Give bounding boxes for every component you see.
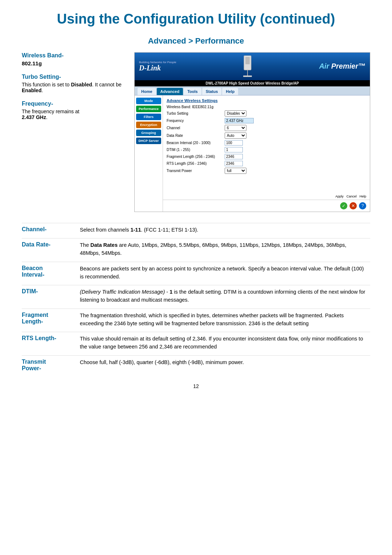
nav-bar[interactable]: Home Advanced Tools Status Help: [135, 86, 370, 95]
sidebar-dhcp[interactable]: DHCP Server: [136, 138, 161, 144]
air-premier-text: Air Premier™: [319, 62, 366, 70]
transmit-select[interactable]: full: [225, 168, 246, 174]
turbo-select[interactable]: Disabled: [225, 110, 246, 117]
dtim-term: DTIM-: [22, 288, 38, 294]
rts-input[interactable]: [225, 161, 243, 166]
sidebar-mode[interactable]: Mode: [136, 98, 161, 104]
field-frequency: Frequency: [167, 118, 366, 123]
beacon-row: BeaconInterval- Beacons are packets sent…: [22, 262, 370, 285]
ui-screenshot-box: Building Networks for People D-Link Air …: [134, 52, 370, 212]
device-image: [238, 56, 257, 77]
frequency-input[interactable]: [225, 118, 254, 123]
field-rts: RTS Length (256 - 2346): [167, 161, 366, 166]
field-data-rate: Data Rate Auto: [167, 132, 366, 139]
field-frequency-value: [225, 118, 366, 123]
channel-row: Channel- Select from channels 1-11. (FCC…: [22, 223, 370, 238]
freq-dot: .: [46, 114, 48, 120]
ui-body: Mode Performance Filters Encryption Grou…: [135, 95, 370, 212]
nav-tools[interactable]: Tools: [184, 88, 201, 95]
brand-name: D-Link: [139, 64, 161, 72]
turbo-desc: This function is set to Disabled. It can…: [22, 82, 127, 93]
apply-label: Apply: [335, 195, 344, 198]
beacon-input[interactable]: [225, 140, 243, 146]
page-title: Using the Configuration Utility (continu…: [22, 11, 370, 28]
left-panel: Wireless Band- 802.11g Turbo Setting- Th…: [22, 52, 127, 212]
sidebar-encryption[interactable]: Encryption: [136, 122, 161, 128]
field-turbo-value[interactable]: Disabled: [225, 110, 366, 117]
help-label: Help: [359, 195, 366, 198]
frequency-desc: The frequency remains at 2.437 GHz.: [22, 109, 127, 120]
fragment-row: FragmentLength- The fragmentation thresh…: [22, 309, 370, 332]
action-bar: ✓ ✕ ?: [163, 200, 370, 212]
field-channel: Channel 6: [167, 125, 366, 131]
channel-term: Channel-: [22, 226, 46, 232]
field-beacon-label: Beacon Interval (20 - 1000): [167, 141, 225, 145]
field-wireless-band: Wireless Band: IEEE802.11g: [167, 105, 366, 109]
field-transmit-value[interactable]: full: [225, 168, 366, 174]
field-rts-value[interactable]: [225, 161, 366, 166]
page-number: 12: [22, 383, 370, 389]
cancel-label: Cancel: [346, 195, 356, 198]
nav-home[interactable]: Home: [138, 88, 156, 95]
turbo-desc1: This function is set to: [22, 82, 70, 87]
sidebar-grouping[interactable]: Grouping: [136, 130, 161, 136]
field-beacon-value[interactable]: [225, 140, 366, 146]
turbo-enabled: Enabled: [22, 87, 41, 93]
channel-select[interactable]: 6: [225, 125, 246, 131]
nav-advanced[interactable]: Advanced: [157, 88, 183, 95]
action-labels: Apply Cancel Help: [163, 195, 370, 200]
settings-title: Advance Wireless Settings: [167, 98, 366, 103]
dtim-input[interactable]: [225, 147, 243, 152]
ui-header: Building Networks for People D-Link Air …: [135, 53, 370, 80]
wireless-band-value: 802.11g: [22, 60, 127, 66]
nav-status[interactable]: Status: [202, 88, 222, 95]
field-channel-value[interactable]: 6: [225, 125, 366, 131]
field-dtim-value[interactable]: [225, 147, 366, 152]
data-rate-select[interactable]: Auto: [225, 132, 246, 139]
turbo-desc3: . It cannot be: [92, 82, 122, 87]
dtim-row: DTIM- (Delivery Traffic Indication Messa…: [22, 285, 370, 309]
svg-rect-1: [245, 57, 250, 64]
settings-panel: Advance Wireless Settings Wireless Band:…: [163, 95, 370, 212]
field-turbo: Turbo Setting Disabled: [167, 110, 366, 117]
frequency-block: Frequency- The frequency remains at 2.43…: [22, 101, 127, 120]
turbo-dot: .: [41, 87, 43, 93]
building-text: Building Networks for People: [139, 61, 176, 64]
field-fragment: Fragment Length (256 - 2346): [167, 154, 366, 159]
field-channel-label: Channel: [167, 126, 225, 130]
sidebar-filters[interactable]: Filters: [136, 114, 161, 120]
section-heading: Advanced > Performance: [22, 36, 370, 46]
fragment-desc: The fragmentation threshold, which is sp…: [80, 313, 344, 326]
turbo-setting-block: Turbo Setting- This function is set to D…: [22, 74, 127, 93]
transmit-row: TransmitPower- Choose full, half (-3dB),…: [22, 355, 370, 376]
beacon-term: BeaconInterval-: [22, 265, 44, 278]
help-button[interactable]: ?: [359, 202, 366, 209]
field-fragment-value[interactable]: [225, 154, 366, 159]
dlink-logo-area: Building Networks for People D-Link: [139, 61, 176, 72]
sidebar: Mode Performance Filters Encryption Grou…: [135, 95, 163, 212]
turbo-label: Turbo Setting-: [22, 74, 127, 80]
data-rate-term: Data Rate-: [22, 241, 50, 248]
fragment-input[interactable]: [225, 154, 243, 159]
field-turbo-label: Turbo Setting: [167, 111, 225, 115]
field-beacon: Beacon Interval (20 - 1000): [167, 140, 366, 146]
sidebar-performance[interactable]: Performance: [136, 106, 161, 112]
transmit-desc: Choose full, half (-3dB), quarter (-6dB)…: [80, 359, 244, 365]
wireless-band-label: Wireless Band-: [22, 52, 127, 59]
data-rate-desc: The Data Rates are Auto, 1Mbps, 2Mbps, 5…: [80, 242, 346, 256]
beacon-desc: Beacons are packets sent by an access po…: [80, 266, 364, 279]
apply-button[interactable]: ✓: [340, 202, 347, 209]
premier-text: Premier™: [331, 62, 366, 70]
cancel-button[interactable]: ✕: [350, 202, 357, 209]
field-data-rate-value[interactable]: Auto: [225, 132, 366, 139]
field-fragment-label: Fragment Length (256 - 2346): [167, 155, 225, 159]
field-dtim: DTIM (1 - 255): [167, 147, 366, 152]
field-transmit: Transmit Power full: [167, 168, 366, 174]
nav-help[interactable]: Help: [222, 88, 238, 95]
dtim-desc: (Delivery Traffic Indication Message) - …: [80, 289, 365, 303]
freq-value: 2.437 GHz: [22, 114, 46, 120]
device-svg: [240, 56, 255, 77]
freq-desc1: The frequency remains at: [22, 109, 79, 114]
transmit-term: TransmitPower-: [22, 359, 46, 371]
settings-area: Advance Wireless Settings Wireless Band:…: [163, 95, 370, 195]
